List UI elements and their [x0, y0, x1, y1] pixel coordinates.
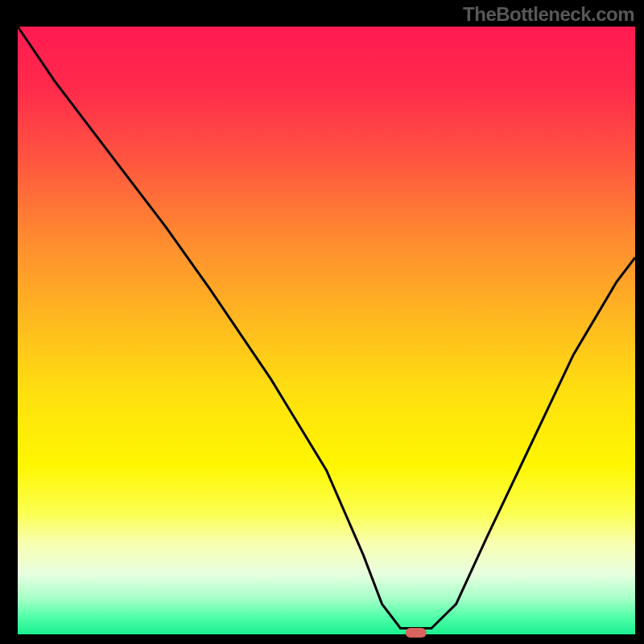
plot-background — [18, 27, 635, 634]
bottleneck-chart — [0, 0, 644, 644]
chart-frame: TheBottleneck.com — [0, 0, 644, 644]
optimal-marker — [406, 628, 427, 638]
